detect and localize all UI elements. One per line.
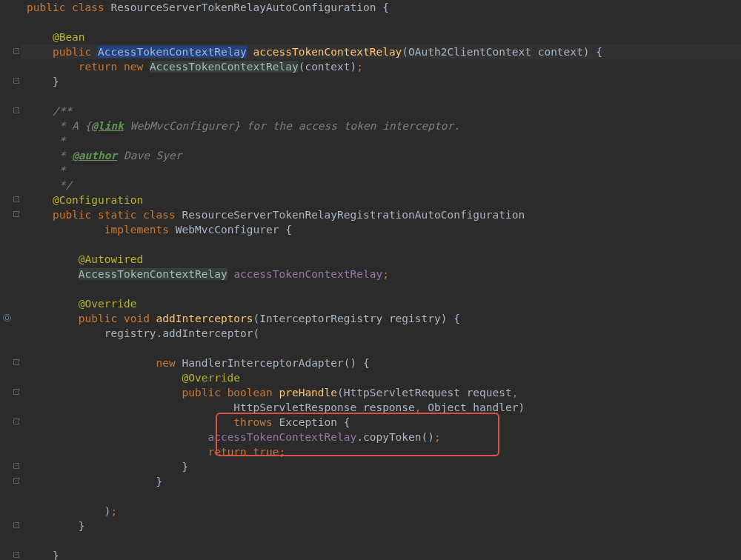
code-line[interactable]: public void addInterceptors(InterceptorR… [21, 311, 741, 326]
fold-icon[interactable]: − [13, 389, 19, 395]
token: Exception { [279, 416, 350, 428]
code-line[interactable] [21, 489, 741, 504]
fold-icon[interactable]: − [13, 78, 19, 84]
token: } [156, 476, 163, 487]
code-line[interactable]: registry.addInterceptor( [21, 326, 741, 341]
code-line[interactable]: } [21, 548, 741, 560]
code-line[interactable]: } [21, 459, 741, 474]
token: ResourceServerTokenRelayAutoConfiguratio… [111, 1, 389, 13]
code-line[interactable] [21, 15, 741, 30]
token [247, 46, 253, 58]
code-line[interactable]: * @author Dave Syer [21, 148, 741, 163]
code-line[interactable]: implements WebMvcConfigurer { [21, 222, 741, 237]
token: (HttpServletRequest request [337, 387, 512, 399]
code-line[interactable] [21, 237, 741, 252]
code-line[interactable]: public static class ResourceServerTokenR… [21, 207, 741, 222]
code-line[interactable] [21, 533, 741, 548]
token: boolean [227, 387, 279, 399]
code-editor[interactable]: −−−−−Ⓞ−−−−−−− public class ResourceServe… [0, 0, 741, 560]
code-line[interactable]: * [21, 133, 741, 148]
fold-icon[interactable]: − [13, 463, 19, 469]
token: registry.addInterceptor( [104, 327, 260, 339]
token: @Override [79, 298, 137, 310]
token: WebMvcConfigurer { [176, 224, 292, 236]
token: (OAuth2ClientContext context) { [402, 46, 602, 58]
code-line[interactable]: public boolean preHandle(HttpServletRequ… [21, 385, 741, 400]
token: accessTokenContextRelay [233, 268, 382, 280]
token: accessTokenContextRelay [207, 431, 356, 443]
code-line[interactable]: return new AccessTokenContextRelay(conte… [21, 59, 741, 74]
code-line[interactable]: } [21, 474, 741, 489]
token: HandlerInterceptorAdapter() { [182, 357, 370, 369]
token: ; [382, 268, 389, 280]
fold-icon[interactable]: − [13, 48, 19, 54]
token: @author [72, 150, 117, 161]
code-line[interactable] [21, 281, 741, 296]
token: new [124, 61, 150, 73]
token: return [79, 61, 124, 73]
fold-icon[interactable]: − [13, 211, 19, 217]
token: (InterceptorRegistry registry) { [253, 313, 460, 324]
code-line[interactable]: ); [21, 504, 741, 519]
code-line[interactable]: @Configuration [21, 193, 741, 207]
code-line[interactable]: return true; [21, 444, 741, 459]
code-line[interactable] [21, 89, 741, 104]
code-line[interactable]: throws Exception { [21, 415, 741, 430]
token: ) [104, 505, 111, 517]
code-line[interactable]: /** [21, 104, 741, 119]
token: @Override [182, 372, 241, 384]
editor-gutter[interactable]: −−−−−Ⓞ−−−−−−− [0, 0, 21, 560]
token: true [253, 446, 279, 458]
code-line[interactable]: */ [21, 178, 741, 193]
code-line[interactable]: } [21, 74, 741, 89]
code-line[interactable]: * [21, 163, 741, 178]
fold-icon[interactable]: − [13, 522, 19, 528]
override-gutter-icon[interactable]: Ⓞ [3, 311, 11, 326]
code-line[interactable]: @Override [21, 296, 741, 311]
token: ; [356, 61, 363, 73]
fold-icon[interactable]: − [13, 107, 19, 113]
token: preHandle [279, 387, 337, 399]
fold-icon[interactable]: − [13, 478, 19, 484]
code-line[interactable]: HttpServletResponse response, Object han… [21, 400, 741, 415]
token: static [98, 209, 143, 221]
token: , [512, 387, 519, 399]
token: /** [53, 105, 72, 117]
code-line[interactable]: } [21, 519, 741, 533]
code-line[interactable]: * A {@link WebMvcConfigurer} for the acc… [21, 119, 741, 133]
token: return [207, 446, 253, 458]
token: WebMvcConfigurer [124, 120, 233, 132]
token: Dave Syer [117, 150, 182, 161]
token: (context) [299, 61, 357, 73]
token: @link [91, 120, 124, 132]
fold-icon[interactable]: − [13, 552, 19, 558]
token: ResourceServerTokenRelayRegistrationAuto… [182, 209, 525, 221]
code-line[interactable]: AccessTokenContextRelay accessTokenConte… [21, 267, 741, 281]
token: void [124, 313, 156, 324]
code-line[interactable]: accessTokenContextRelay.copyToken(); [21, 430, 741, 444]
code-line[interactable] [21, 341, 741, 356]
token: throws [233, 416, 279, 428]
code-line[interactable]: public class ResourceServerTokenRelayAut… [21, 0, 741, 15]
code-line[interactable]: public AccessTokenContextRelay accessTok… [21, 44, 741, 59]
token: @Bean [53, 31, 85, 43]
token: public [53, 209, 98, 221]
fold-icon[interactable]: − [13, 196, 19, 202]
token: ; [111, 505, 118, 517]
code-line[interactable]: @Bean [21, 30, 741, 44]
code-content[interactable]: public class ResourceServerTokenRelayAut… [21, 0, 741, 560]
token: public [53, 46, 98, 58]
fold-icon[interactable]: − [13, 419, 19, 424]
fold-icon[interactable]: − [13, 359, 19, 365]
token: ; [434, 431, 441, 443]
token: } [182, 461, 189, 473]
token: public [27, 1, 72, 13]
token: @Autowired [79, 253, 143, 265]
code-line[interactable]: new HandlerInterceptorAdapter() { [21, 356, 741, 370]
token: .copyToken() [356, 431, 434, 443]
code-line[interactable]: @Override [21, 370, 741, 385]
token: public [182, 387, 227, 399]
token: public [79, 313, 124, 324]
code-line[interactable]: @Autowired [21, 252, 741, 267]
token: implements [104, 224, 176, 236]
